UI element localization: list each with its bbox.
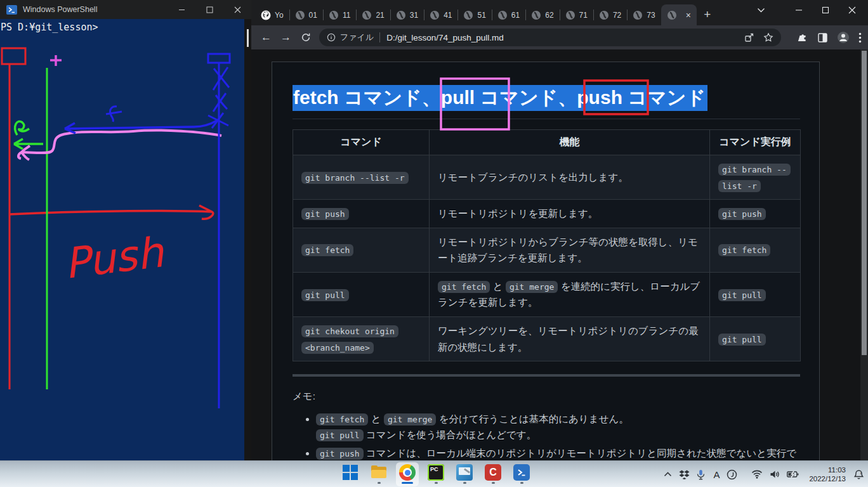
github-favicon	[261, 10, 271, 20]
markdown-page-favicon	[565, 10, 575, 20]
browser-tab-11[interactable]: 11	[323, 4, 356, 25]
ime-mode-indicator[interactable]: A	[713, 469, 720, 480]
start-button[interactable]	[339, 462, 362, 486]
wifi-icon[interactable]	[751, 470, 763, 479]
example-cell: git pull	[710, 272, 801, 316]
command-cell: git fetch	[293, 228, 430, 272]
page-title: fetch コマンド、pull コマンド、push コマンド	[293, 85, 800, 119]
forward-button[interactable]: →	[276, 28, 296, 48]
taskbar-app-zoomit[interactable]	[453, 462, 476, 486]
tray-clock[interactable]: 11:03 2022/12/13	[809, 465, 846, 483]
browser-tab-62[interactable]: 62	[525, 4, 559, 25]
function-cell: リモートリポジトリを更新します。	[430, 200, 710, 228]
markdown-page-favicon	[463, 10, 473, 20]
ps-scrollbar-thumb[interactable]	[247, 29, 249, 47]
tab-label: 51	[477, 11, 485, 20]
function-cell: リモートブランチのリストを出力します。	[430, 155, 710, 200]
taskbar-apps: PC C	[339, 462, 539, 486]
ps-scrollbar[interactable]	[244, 19, 251, 460]
browser-tab-active[interactable]: ×	[661, 4, 697, 25]
page-scrollbar[interactable]	[860, 49, 868, 460]
markdown-page-favicon	[497, 10, 508, 20]
table-header-row: コマンド機能コマンド実行例	[293, 130, 801, 155]
browser-tab-github[interactable]: Yo	[255, 4, 289, 25]
browser-tab-41[interactable]: 41	[424, 4, 457, 25]
extensions-puzzle-icon[interactable]	[798, 32, 808, 43]
kebab-menu-icon[interactable]	[858, 32, 862, 43]
browser-tab-51[interactable]: 51	[457, 4, 491, 25]
page-info-icon[interactable]	[327, 33, 336, 42]
battery-icon[interactable]	[787, 471, 799, 478]
dropbox-icon[interactable]	[679, 470, 690, 479]
powershell-titlebar[interactable]: Windows PowerShell	[0, 0, 251, 19]
dark-reader-icon[interactable]	[817, 32, 828, 43]
volume-icon[interactable]	[770, 470, 780, 479]
profile-avatar[interactable]	[837, 31, 850, 44]
tray-chevron-up-icon[interactable]	[664, 472, 672, 477]
browser-tab-72[interactable]: 72	[593, 4, 627, 25]
example-cell: git fetch	[710, 228, 801, 272]
system-tray: A 11:03 2022/12/13 z	[657, 461, 864, 487]
tab-label: 41	[444, 11, 452, 20]
powershell-prompt: PS D:¥git_lesson>	[0, 19, 244, 36]
page-scrollbar-thumb[interactable]	[862, 51, 867, 355]
tab-label: 62	[545, 11, 553, 20]
ps-minimize-button[interactable]	[168, 0, 195, 19]
memo-list-item: git fetch と git merge を分けて行うことは基本的にありません…	[316, 412, 800, 443]
clock-app-icon[interactable]	[727, 469, 737, 480]
inline-code: git merge	[384, 413, 436, 425]
browser-tab-31[interactable]: 31	[390, 4, 424, 25]
browser-toolbar: ← → ファイル D:/git_lesson/74_push_pull.md	[251, 25, 868, 49]
taskbar-app-powershell[interactable]	[510, 462, 533, 486]
taskbar-app-chrome[interactable]	[396, 462, 419, 486]
browser-tab-73[interactable]: 73	[627, 4, 661, 25]
table-column-header: 機能	[430, 130, 710, 155]
tab-search-chevron-icon[interactable]	[747, 0, 774, 20]
microphone-icon[interactable]	[697, 469, 705, 480]
address-url[interactable]: D:/git_lesson/74_push_pull.md	[386, 33, 504, 42]
reload-button[interactable]	[296, 28, 315, 48]
markdown-page-favicon	[295, 10, 305, 20]
back-button[interactable]: ←	[256, 28, 276, 48]
markdown-page-favicon	[667, 10, 677, 20]
inline-code: git pull	[718, 334, 766, 346]
ps-maximize-button[interactable]	[195, 0, 223, 19]
tab-label: 73	[647, 11, 655, 20]
function-cell: ワーキングツリーを、リモートリポジトリのブランチの最新の状態にします。	[430, 316, 710, 361]
tab-label: 11	[343, 11, 350, 20]
taskbar-app-pycharm[interactable]: PC	[424, 462, 447, 486]
memo-list-item: git push コマンドは、ローカル端末のリポジトリがリモートリポジトリと同期…	[316, 446, 800, 460]
browser-tab-21[interactable]: 21	[356, 4, 390, 25]
new-tab-button[interactable]: +	[699, 6, 716, 23]
browser-tab-61[interactable]: 61	[492, 4, 525, 25]
bookmark-star-icon[interactable]	[763, 32, 773, 42]
camtasia-icon: C	[485, 464, 501, 481]
notification-bell-icon[interactable]: z	[853, 469, 864, 480]
selected-heading-text: fetch コマンド、pull コマンド、push コマンド	[293, 85, 707, 111]
taskbar-app-camtasia[interactable]: C	[482, 462, 504, 486]
share-icon[interactable]	[744, 33, 754, 42]
address-divider	[379, 32, 380, 42]
browser-window-controls	[747, 0, 865, 20]
command-cell: git branch --list -r	[293, 155, 430, 200]
example-cell: git branch --list -r	[710, 155, 801, 200]
powershell-console[interactable]: PS D:¥git_lesson>	[0, 19, 244, 460]
ps-close-button[interactable]	[223, 0, 251, 19]
inline-code: git fetch	[438, 281, 490, 293]
browser-close-button[interactable]	[839, 0, 865, 20]
inline-code: git pull	[316, 429, 364, 441]
powershell-window: Windows PowerShell PS D:¥git_lesson>	[0, 0, 251, 460]
tab-strip-tabs: Yo0111213141516162717273×	[255, 4, 697, 25]
browser-tab-01[interactable]: 01	[289, 4, 323, 25]
taskbar-app-explorer[interactable]	[367, 462, 390, 486]
browser-maximize-button[interactable]	[812, 0, 839, 20]
function-cell: git fetch と git merge を連続的に実行し、ローカルブランチを…	[430, 272, 710, 316]
address-bar[interactable]: ファイル D:/git_lesson/74_push_pull.md	[319, 29, 781, 46]
table-row: git pullgit fetch と git merge を連続的に実行し、ロ…	[293, 272, 801, 316]
table-row: git chekout origin <branch_name>ワーキングツリー…	[293, 316, 801, 361]
markdown-page-favicon	[599, 10, 609, 20]
browser-window: Yo0111213141516162717273× + ← → ファイル	[251, 0, 868, 460]
tab-close-button[interactable]: ×	[686, 11, 691, 20]
browser-tab-71[interactable]: 71	[560, 4, 593, 25]
browser-minimize-button[interactable]	[786, 0, 812, 20]
